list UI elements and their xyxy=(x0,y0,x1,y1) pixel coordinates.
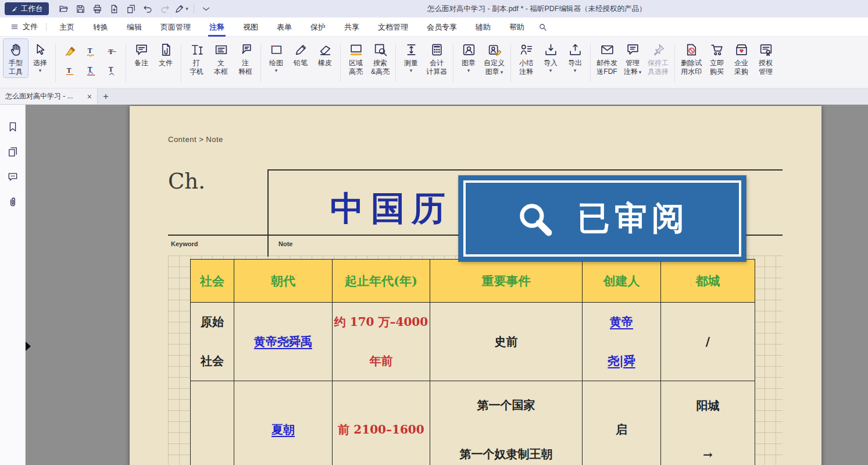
menu-tab-comment[interactable]: 注释 xyxy=(200,17,234,37)
custom-stamp-tool[interactable]: 自定义图章▾ xyxy=(481,39,508,78)
menu-tab-member[interactable]: 会员专享 xyxy=(417,17,466,37)
buy-now-button[interactable]: 立即购买 xyxy=(705,39,729,77)
ribbon-divider xyxy=(395,44,396,82)
insert-text-tool[interactable]: T xyxy=(102,62,122,80)
menu-tab-help[interactable]: 帮助 xyxy=(500,17,534,37)
manage-comments-tool[interactable]: 管理注释▾ xyxy=(620,39,645,78)
hamburger-icon xyxy=(10,23,19,31)
tool-label-text: 邮件发 xyxy=(596,59,617,67)
new-tab-button[interactable]: + xyxy=(98,88,114,104)
summarize-comments-tool[interactable]: 小结注释 xyxy=(514,39,538,77)
tool-label-line: 计算器 xyxy=(426,68,447,76)
export-comments-tool[interactable]: 导出▾ xyxy=(563,39,587,74)
document-tab[interactable]: 怎么面对高中学习 - ... × xyxy=(0,88,98,104)
keep-tool-selected-toggle[interactable]: 保持工具选择 xyxy=(645,39,671,77)
import-comments-tool[interactable]: 导入▾ xyxy=(538,39,563,74)
tool-label: 橡皮 xyxy=(318,59,332,68)
typewriter-icon xyxy=(190,42,204,57)
drawing-tool[interactable]: 绘图▾ xyxy=(264,39,288,74)
file-menu-button[interactable]: 文件 xyxy=(6,17,42,37)
ribbon-group: 邮件发送FDF管理注释▾保持工具选择 xyxy=(592,39,673,87)
menu-tab-edit[interactable]: 编辑 xyxy=(117,17,151,37)
menu-tab-view[interactable]: 视图 xyxy=(234,17,267,37)
content-area: Content > Note Ch. 中国历 Keyword Note 社会朝代… xyxy=(0,105,868,465)
menu-tab-home[interactable]: 主页 xyxy=(50,17,84,37)
comments-panel-button[interactable] xyxy=(7,171,19,183)
bookmark-icon xyxy=(7,121,19,133)
undo-button[interactable] xyxy=(140,2,156,16)
license-management-button[interactable]: 授权管理 xyxy=(753,39,778,77)
bookmarks-panel-button[interactable] xyxy=(7,121,19,133)
quick-tool-button[interactable]: ▾ xyxy=(174,2,190,16)
underline-tool[interactable]: T xyxy=(60,62,80,80)
stamp-tool[interactable]: 图章▾ xyxy=(456,39,481,74)
squiggly-underline-tool[interactable]: T xyxy=(81,43,101,61)
tool-label-line: 橡皮 xyxy=(318,59,332,68)
eraser-tool[interactable]: 橡皮 xyxy=(313,39,337,69)
menu-tab-convert[interactable]: 转换 xyxy=(84,17,117,37)
replace-text-tool[interactable]: T xyxy=(81,62,101,80)
accounting-calculator-tool[interactable]: 会计计算器 xyxy=(423,39,450,77)
ribbon-group: TTTTT xyxy=(58,39,124,87)
close-tab-icon[interactable]: × xyxy=(87,93,92,101)
ribbon-divider xyxy=(590,44,591,82)
convert-button[interactable] xyxy=(123,2,139,16)
table-link[interactable]: 黄帝 xyxy=(610,314,633,330)
menu-divider xyxy=(46,23,47,31)
save-button[interactable] xyxy=(73,2,88,16)
table-cell: 阳城→ xyxy=(660,381,755,465)
search-highlight-tool[interactable]: 搜索&高亮 xyxy=(368,39,392,77)
page-thumbnails-panel-button[interactable] xyxy=(7,146,19,158)
area-highlight-tool[interactable]: 区域高亮 xyxy=(344,39,368,77)
tool-label-text: 具选择 xyxy=(648,68,669,76)
menu-tab-page-manage[interactable]: 页面管理 xyxy=(151,17,200,37)
magnifier-icon xyxy=(516,200,554,238)
enterprise-icon xyxy=(734,42,749,57)
email-fdf-tool[interactable]: 邮件发送FDF xyxy=(594,39,620,77)
ribbon-divider xyxy=(126,44,126,82)
select-tool[interactable]: 选择▾ xyxy=(28,39,52,74)
highlight-tool[interactable] xyxy=(60,43,80,61)
title-bar: 工作台 ▾ 怎么面对高中学习 - 副本.pdf * - 福昕PDF编辑器（未经授… xyxy=(0,0,868,17)
tool-label-text: 计算器 xyxy=(426,68,447,76)
pencil-tool[interactable]: 铅笔 xyxy=(288,39,313,69)
menu-tab-doc-manage[interactable]: 文档管理 xyxy=(369,17,417,37)
remove-trial-watermark-button[interactable]: 删除试用水印 xyxy=(678,39,705,77)
attachments-panel-button[interactable] xyxy=(7,196,19,208)
summary-icon xyxy=(519,42,534,57)
redo-button[interactable] xyxy=(157,2,173,16)
hand-tool[interactable]: 手型工具 xyxy=(3,39,28,77)
measure-tool[interactable]: 测量▾ xyxy=(399,39,423,74)
tool-label-line: 小结 xyxy=(519,59,533,68)
menu-tab-form[interactable]: 表单 xyxy=(267,17,301,37)
menu-tab-share[interactable]: 共享 xyxy=(335,17,369,37)
menu-tab-protect[interactable]: 保护 xyxy=(301,17,335,37)
enterprise-purchase-button[interactable]: 企业采购 xyxy=(729,39,753,77)
table-header-text: 都城 xyxy=(696,273,720,289)
typewriter-tool[interactable]: 打字机 xyxy=(184,39,209,77)
toolbar-more-button[interactable] xyxy=(198,2,214,16)
reviewed-stamp[interactable]: 已审阅 xyxy=(459,176,746,261)
table-link[interactable]: 尧|舜 xyxy=(608,353,635,369)
open-file-button[interactable] xyxy=(56,2,72,16)
panel-expand-handle[interactable] xyxy=(26,342,31,351)
area-highlight-icon xyxy=(349,42,363,57)
file-attachment-tool[interactable]: 文件 xyxy=(153,39,178,69)
table-link[interactable]: 黄帝尧舜禹 xyxy=(254,334,312,350)
workbench-button[interactable]: 工作台 xyxy=(5,2,49,15)
export-pdf-button[interactable] xyxy=(106,2,122,16)
print-button[interactable] xyxy=(90,2,105,16)
dropdown-caret-icon: ▾ xyxy=(549,68,552,73)
table-link[interactable]: 夏朝 xyxy=(272,422,295,438)
tool-label-text: 企业 xyxy=(734,59,748,67)
search-icon[interactable] xyxy=(538,23,547,31)
table-header-row: 社会朝代起止年代(年)重要事件创建人都城 xyxy=(191,260,755,303)
document-tab-title: 怎么面对高中学习 - ... xyxy=(5,91,84,101)
callout-tool[interactable]: 注释框 xyxy=(233,39,258,77)
textbox-tool[interactable]: 文本框 xyxy=(209,39,233,77)
license-icon xyxy=(759,42,773,57)
menu-tab-assist[interactable]: 辅助 xyxy=(466,17,500,37)
note-tool[interactable]: 备注 xyxy=(129,39,153,69)
export-pdf-icon xyxy=(109,4,119,14)
strikethrough-tool[interactable]: T xyxy=(102,43,122,61)
